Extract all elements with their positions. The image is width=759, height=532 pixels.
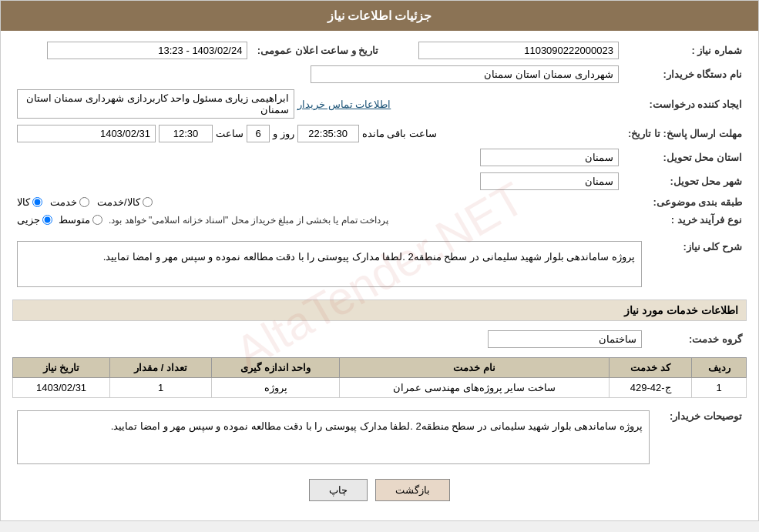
province-label: استان محل تحویل: xyxy=(623,146,747,169)
need-number-input: 1103090222000023 xyxy=(418,42,619,59)
page-header: جزئیات اطلاعات نیاز xyxy=(1,1,758,31)
creator-label: ایجاد کننده درخواست: xyxy=(623,86,747,122)
city-input: سمنان xyxy=(480,172,619,190)
buyer-notes-content: پروژه ساماندهی بلوار شهید سلیمانی در سطح… xyxy=(12,404,654,467)
category-khadamat[interactable]: خدمت xyxy=(50,196,89,208)
purchase-jozyi[interactable]: جزیی xyxy=(17,214,52,226)
creator-link[interactable]: اطلاعات تماس خریدار xyxy=(297,99,391,110)
col-code: کد خدمت xyxy=(609,358,691,378)
deadline-remaining-label: ساعت باقی مانده xyxy=(362,128,437,139)
requester-org-label: نام دستگاه خریدار: xyxy=(623,62,747,86)
purchase-type-label: نوع فرآیند خرید : xyxy=(623,211,747,229)
buttons-row: بازگشت چاپ xyxy=(12,479,747,501)
col-rownum: ردیف xyxy=(692,358,747,378)
col-name: نام خدمت xyxy=(340,358,610,378)
deadline-time-label: ساعت xyxy=(216,128,243,139)
buyer-notes-label: توصیحات خریدار: xyxy=(654,404,747,467)
province-input: سمنان xyxy=(480,149,619,166)
city-value: سمنان xyxy=(12,169,623,193)
province-value: سمنان xyxy=(12,146,623,169)
buyer-notes-table: توصیحات خریدار: پروژه ساماندهی بلوار شهی… xyxy=(12,404,747,467)
description-label: شرح کلی نیاز: xyxy=(646,235,747,293)
services-section-title: اطلاعات خدمات مورد نیاز xyxy=(12,299,747,321)
service-group-label: گروه خدمت: xyxy=(646,327,747,351)
deadline-date-input: 1403/02/31 xyxy=(17,125,156,142)
purchase-jozyi-radio[interactable] xyxy=(42,215,52,225)
requester-org-input: شهرداری سمنان استان سمنان xyxy=(311,65,619,83)
deadline-row: ساعت باقی مانده 22:35:30 روز و 6 ساعت 12… xyxy=(12,122,623,146)
city-label: شهر محل تحویل: xyxy=(623,169,747,193)
category-kala-radio[interactable] xyxy=(32,197,42,207)
category-row: کالا/خدمت خدمت کالا xyxy=(12,193,623,211)
deadline-days-label: روز و xyxy=(273,128,294,139)
category-khadamat-radio[interactable] xyxy=(79,197,89,207)
col-count: تعداد / مقدار xyxy=(110,358,212,378)
services-data-table: ردیف کد خدمت نام خدمت واحد اندازه گیری ت… xyxy=(12,357,747,398)
service-group-input: ساختمان xyxy=(488,330,642,348)
service-group-value: ساختمان xyxy=(12,327,646,351)
creator-input: ابراهیمی زیاری مسئول واحد کاربردازی شهرد… xyxy=(17,89,294,119)
need-number-value: 1103090222000023 xyxy=(383,38,623,62)
info-table: شماره نیاز : 1103090222000023 تاریخ و سا… xyxy=(12,38,747,229)
category-label: طبقه بندی موضوعی: xyxy=(623,193,747,211)
category-kala-khadamat-radio[interactable] xyxy=(143,197,153,207)
description-box: پروژه ساماندهی بلوار شهید سلیمانی در سطح… xyxy=(17,241,642,287)
creator-value: اطلاعات تماس خریدار ابراهیمی زیاری مسئول… xyxy=(12,86,623,122)
datetime-value: 1403/02/24 - 13:23 xyxy=(12,38,252,62)
purchase-desc: پرداخت تمام یا بخشی از مبلغ خریداز محل "… xyxy=(109,215,388,226)
table-row: 1ج-42-429ساخت سایر پروژه‌های مهندسی عمرا… xyxy=(13,378,747,398)
datetime-input: 1403/02/24 - 13:23 xyxy=(47,42,247,59)
purchase-mottasat-radio[interactable] xyxy=(92,215,102,225)
description-content: پروژه ساماندهی بلوار شهید سلیمانی در سطح… xyxy=(12,235,646,293)
col-date: تاریخ نیاز xyxy=(13,358,110,378)
deadline-label: مهلت ارسال پاسخ: تا تاریخ: xyxy=(623,122,747,146)
need-number-label: شماره نیاز : xyxy=(623,38,747,62)
back-button[interactable]: بازگشت xyxy=(375,479,450,501)
service-group-table: گروه خدمت: ساختمان xyxy=(12,327,747,351)
buyer-notes-box: پروژه ساماندهی بلوار شهید سلیمانی در سطح… xyxy=(17,410,650,464)
description-table: شرح کلی نیاز: پروژه ساماندهی بلوار شهید … xyxy=(12,235,747,293)
deadline-days-input: 6 xyxy=(247,125,270,142)
purchase-mottasat[interactable]: متوسط xyxy=(59,214,102,226)
deadline-remaining-input: 22:35:30 xyxy=(297,125,359,142)
header-title: جزئیات اطلاعات نیاز xyxy=(327,9,432,22)
deadline-time-input: 12:30 xyxy=(159,125,213,142)
print-button[interactable]: چاپ xyxy=(309,479,368,501)
requester-org-value: شهرداری سمنان استان سمنان xyxy=(12,62,623,86)
datetime-label: تاریخ و ساعت اعلان عمومی: xyxy=(252,38,383,62)
purchase-type-row: پرداخت تمام یا بخشی از مبلغ خریداز محل "… xyxy=(12,211,623,229)
category-kala[interactable]: کالا xyxy=(17,196,42,208)
col-unit: واحد اندازه گیری xyxy=(212,358,340,378)
category-kala-khadamat[interactable]: کالا/خدمت xyxy=(97,196,153,208)
